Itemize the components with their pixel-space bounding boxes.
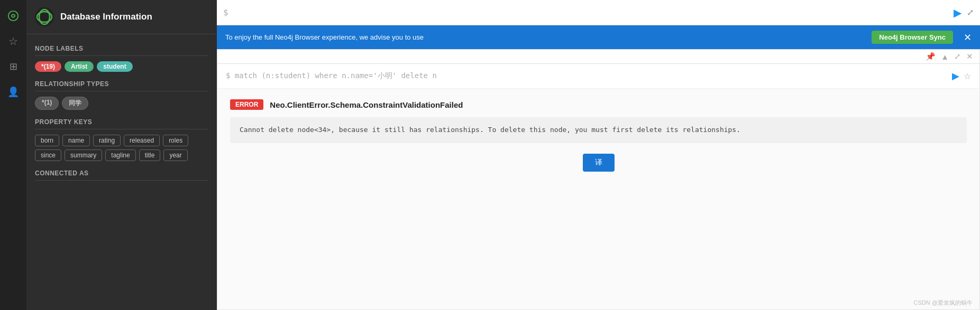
result-query-line: $ match (n:student) where n.name='小明' de… (217, 64, 979, 89)
error-badge: ERROR (230, 99, 263, 110)
result-content: ERROR Neo.ClientError.Schema.ConstraintV… (217, 89, 979, 309)
relationship-types-section: Relationship Types (35, 80, 208, 91)
info-banner: To enjoy the full Neo4j Browser experien… (217, 25, 980, 49)
chart-icon[interactable]: ⊞ (0, 55, 26, 78)
property-keys-section: Property Keys (35, 118, 208, 129)
home-icon[interactable] (0, 4, 26, 27)
result-panel: 📌 ▲ ⤢ ✕ $ match (n:student) where n.name… (217, 49, 980, 310)
close-result-button[interactable]: ✕ (966, 52, 973, 61)
prop-title[interactable]: title (139, 149, 161, 161)
prop-year[interactable]: year (163, 149, 187, 161)
error-header: ERROR Neo.ClientError.Schema.ConstraintV… (230, 99, 967, 110)
query-bar: $ ▶ ⤢ (217, 0, 980, 25)
svg-point-1 (35, 7, 54, 26)
node-label-all[interactable]: *(19) (35, 61, 61, 72)
prop-since[interactable]: since (35, 149, 61, 161)
connected-as-section: Connected as (35, 170, 208, 181)
node-label-student[interactable]: student (97, 61, 132, 72)
left-icon-bar: ☆ ⊞ 👤 (0, 0, 26, 310)
node-labels-section: Node Labels (35, 45, 208, 56)
rel-type-all[interactable]: *(1) (35, 97, 59, 110)
error-title: Neo.ClientError.Schema.ConstraintValidat… (270, 100, 463, 109)
expand-query-button[interactable]: ⤢ (967, 7, 974, 17)
svg-point-0 (8, 11, 18, 21)
query-input[interactable] (233, 8, 954, 17)
watermark: CSDN @爱发疯的蜗牛 (914, 299, 973, 307)
query-prompt: $ (223, 7, 228, 17)
prop-roles[interactable]: roles (163, 135, 188, 146)
prop-rating[interactable]: rating (93, 135, 121, 146)
collapse-button[interactable]: ▲ (941, 52, 949, 61)
prop-tagline[interactable]: tagline (105, 149, 135, 161)
main-panel: $ ▶ ⤢ To enjoy the full Neo4j Browser ex… (217, 0, 980, 310)
prop-name[interactable]: name (62, 135, 90, 146)
node-labels-row: *(19) Artist student (35, 61, 208, 72)
star-nav-icon[interactable]: ☆ (0, 30, 26, 53)
property-keys-grid: born name rating released roles since su… (35, 135, 208, 161)
result-run-button[interactable]: ▶ (952, 70, 959, 82)
error-message: Cannot delete node<34>, because it still… (230, 117, 967, 143)
translate-button[interactable]: 译 (583, 154, 615, 172)
person-icon[interactable]: 👤 (0, 80, 26, 104)
sidebar-title: Database Information (60, 12, 152, 22)
info-banner-text: To enjoy the full Neo4j Browser experien… (225, 33, 865, 41)
query-bar-actions: ▶ ⤢ (954, 6, 974, 19)
prop-released[interactable]: released (124, 135, 160, 146)
neo4j-logo (35, 7, 54, 26)
result-star-button[interactable]: ☆ (964, 71, 971, 81)
maximize-button[interactable]: ⤢ (954, 52, 961, 61)
node-label-artist[interactable]: Artist (65, 61, 94, 72)
info-banner-close-button[interactable]: ✕ (964, 32, 972, 43)
result-toolbar: 📌 ▲ ⤢ ✕ (217, 50, 979, 64)
rel-type-classmate[interactable]: 同学 (62, 97, 88, 110)
pin-button[interactable]: 📌 (926, 52, 936, 61)
prop-summary[interactable]: summary (65, 149, 102, 161)
relationship-types-row: *(1) 同学 (35, 97, 208, 110)
result-query-text: $ match (n:student) where n.name='小明' de… (226, 71, 437, 81)
sidebar-content: Node Labels *(19) Artist student Relatio… (26, 34, 217, 310)
sidebar-header: Database Information (26, 0, 217, 34)
neo4j-sync-button[interactable]: Neo4j Browser Sync (872, 31, 953, 44)
result-actions: ▶ ☆ (952, 70, 971, 82)
run-query-button[interactable]: ▶ (954, 6, 961, 19)
sidebar: Database Information Node Labels *(19) A… (26, 0, 217, 310)
prop-born[interactable]: born (35, 135, 59, 146)
